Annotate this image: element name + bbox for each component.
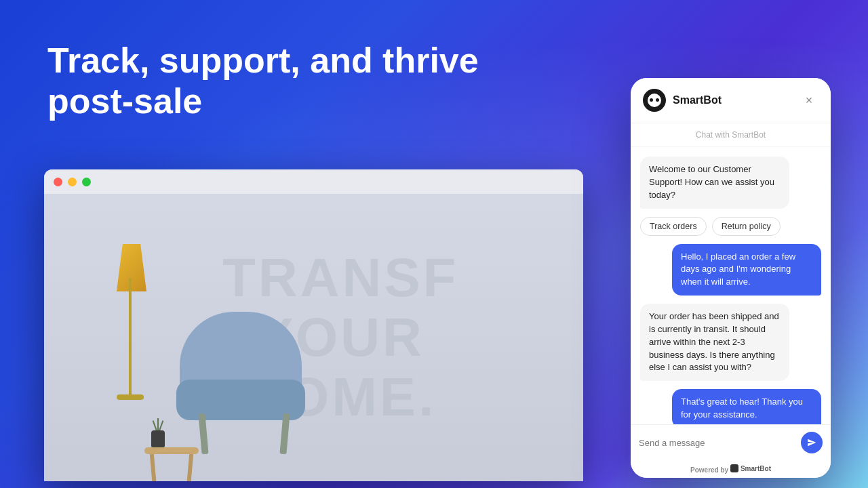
send-button[interactable]	[801, 432, 823, 453]
traffic-light-red[interactable]	[54, 178, 62, 186]
close-button[interactable]: ×	[800, 91, 818, 110]
chat-widget: SmartBot × Chat with SmartBot Welcome to…	[631, 78, 831, 478]
browser-window: TRANSF YOUR HOME.	[44, 169, 583, 481]
bot-avatar	[643, 89, 666, 112]
traffic-light-yellow[interactable]	[68, 178, 77, 186]
hero-headline: Track, support, and thrive post-sale	[47, 41, 479, 122]
bot-message-1: Welcome to our Customer Support! How can…	[640, 157, 789, 209]
vase-decoration	[151, 430, 165, 447]
mini-robot-icon	[730, 464, 738, 472]
chat-messages: Welcome to our Customer Support! How can…	[631, 147, 831, 424]
room-scene: TRANSF YOUR HOME.	[44, 194, 583, 481]
side-table-decoration	[144, 447, 199, 454]
chat-footer: Powered by SmartBot	[631, 460, 831, 478]
user-message-1: Hello, I placed an order a few days ago …	[672, 244, 821, 296]
bot-name: SmartBot	[673, 94, 722, 106]
user-message-2: That's great to hear! Thank you for your…	[672, 389, 821, 424]
quick-reply-return-policy[interactable]: Return policy	[712, 217, 781, 236]
chat-input[interactable]	[639, 438, 795, 448]
smartbot-logo: SmartBot	[730, 464, 771, 472]
traffic-light-green[interactable]	[82, 178, 91, 186]
browser-content: TRANSF YOUR HOME.	[44, 194, 583, 481]
browser-titlebar	[44, 169, 583, 194]
chat-header: SmartBot ×	[631, 78, 831, 123]
chat-input-area	[631, 424, 831, 460]
quick-replies: Track orders Return policy	[640, 217, 821, 236]
quick-reply-track-orders[interactable]: Track orders	[640, 217, 707, 236]
chat-subheader: Chat with SmartBot	[631, 123, 831, 147]
chat-header-left: SmartBot	[643, 89, 722, 112]
bot-message-2: Your order has been shipped and is curre…	[640, 304, 789, 381]
